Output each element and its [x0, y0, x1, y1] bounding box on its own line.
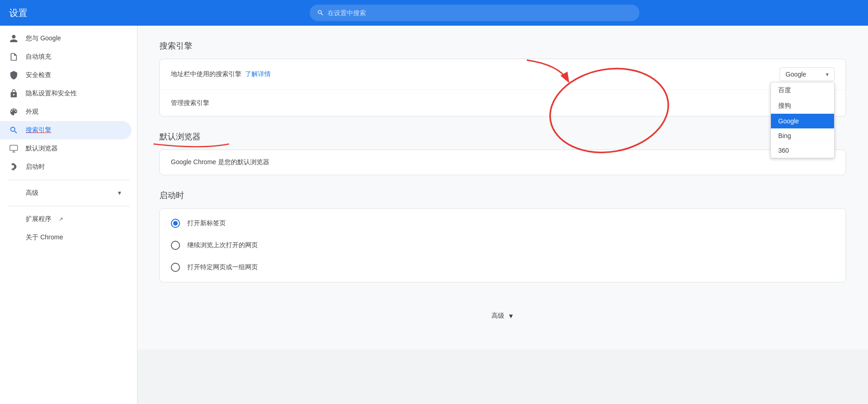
sidebar-item-search-engine[interactable]: 搜索引擎: [0, 121, 131, 139]
sidebar-item-privacy[interactable]: 隐私设置和安全性: [0, 84, 131, 103]
sidebar-item-label: 您与 Google: [26, 34, 61, 43]
sidebar-item-label: 自动填充: [26, 53, 51, 61]
default-browser-card: Google Chrome 是您的默认浏览器: [159, 149, 846, 175]
dropdown-option-sougou[interactable]: 搜狗: [771, 98, 834, 114]
search-bar[interactable]: [310, 5, 639, 21]
sidebar-item-about-chrome[interactable]: 关于 Chrome: [0, 228, 131, 247]
sidebar-item-label: 隐私设置和安全性: [26, 89, 77, 98]
advanced-bottom-label: 高级: [491, 312, 504, 320]
startup-option-continue[interactable]: 继续浏览上次打开的网页: [160, 234, 846, 256]
sidebar-item-autofill[interactable]: 自动填充: [0, 48, 131, 66]
advanced-section-bottom: 高级 ▼: [159, 297, 846, 335]
sidebar-item-label: 外观: [26, 108, 38, 116]
search-engine-dropdown-menu[interactable]: 百度 搜狗 Google Bing 360: [770, 82, 835, 158]
dropdown-current-value: Google: [786, 71, 806, 78]
search-engine-section-title: 搜索引擎: [159, 40, 846, 51]
startup-option-new-tab[interactable]: 打开新标签页: [160, 212, 846, 234]
dropdown-option-360[interactable]: 360: [771, 143, 834, 158]
search-engine-icon: [9, 126, 18, 135]
shield-icon: [9, 71, 18, 80]
sidebar-divider: [7, 180, 130, 180]
sidebar-advanced-label: 高级: [26, 189, 109, 197]
manage-search-label: 管理搜索引擎: [171, 99, 832, 107]
address-bar-label: 地址栏中使用的搜索引擎 了解详情: [171, 70, 780, 78]
learn-more-link[interactable]: 了解详情: [245, 70, 271, 77]
startup-label-specific: 打开特定网页或一组网页: [187, 263, 258, 271]
appearance-icon: [9, 107, 18, 116]
dropdown-option-baidu[interactable]: 百度: [771, 83, 834, 98]
sidebar-item-google-account[interactable]: 您与 Google: [0, 29, 131, 48]
privacy-icon: [9, 89, 18, 98]
advanced-bottom-button[interactable]: 高级 ▼: [491, 312, 514, 320]
chevron-down-icon: ▼: [117, 190, 122, 196]
main-content: 搜索引擎 地址栏中使用的搜索引擎 了解详情 Google ▼ 百度: [137, 26, 868, 349]
sidebar-item-default-browser[interactable]: 默认浏览器: [0, 139, 131, 158]
search-input[interactable]: [328, 9, 632, 17]
browser-icon: [9, 144, 18, 153]
startup-label-new-tab: 打开新标签页: [187, 219, 226, 227]
main-content-wrapper: 搜索引擎 地址栏中使用的搜索引擎 了解详情 Google ▼ 百度: [137, 26, 868, 404]
topbar-title: 设置: [9, 7, 82, 19]
extensions-placeholder-icon: [9, 215, 18, 224]
person-icon: [9, 34, 18, 43]
topbar: 设置: [0, 0, 868, 26]
advanced-placeholder-icon: [9, 188, 18, 198]
radio-new-tab[interactable]: [171, 219, 180, 228]
radio-specific[interactable]: [171, 263, 180, 272]
startup-radio-group: 打开新标签页 继续浏览上次打开的网页 打开特定网页或一组网页: [160, 209, 846, 282]
startup-card: 打开新标签页 继续浏览上次打开的网页 打开特定网页或一组网页: [159, 208, 846, 282]
dropdown-option-bing[interactable]: Bing: [771, 128, 834, 143]
sidebar: 您与 Google 自动填充 安全检查 隐私设置和安全性 外观: [0, 26, 137, 404]
default-browser-row: Google Chrome 是您的默认浏览器: [160, 150, 846, 175]
default-browser-title: 默认浏览器: [159, 131, 846, 142]
manage-search-engines-row[interactable]: 管理搜索引擎 ›: [160, 90, 846, 116]
startup-option-specific[interactable]: 打开特定网页或一组网页: [160, 256, 846, 278]
sidebar-item-appearance[interactable]: 外观: [0, 103, 131, 121]
search-engine-dropdown[interactable]: Google ▼: [780, 67, 835, 81]
sidebar-extensions-label: 扩展程序: [26, 215, 51, 223]
sidebar-item-extensions[interactable]: 扩展程序 ↗: [0, 210, 131, 228]
default-browser-info: Google Chrome 是您的默认浏览器: [171, 158, 269, 166]
autofill-icon: [9, 52, 18, 61]
startup-icon: [9, 162, 18, 172]
search-engine-dropdown-wrapper[interactable]: Google ▼ 百度 搜狗 Google Bing 360: [780, 67, 835, 81]
svg-rect-0: [10, 145, 18, 151]
dropdown-arrow-icon: ▼: [825, 72, 830, 77]
external-link-icon: ↗: [59, 216, 63, 222]
address-bar-row: 地址栏中使用的搜索引擎 了解详情 Google ▼ 百度 搜狗 Google B…: [160, 59, 846, 90]
sidebar-divider-2: [7, 206, 130, 206]
sidebar-item-label: 安全检查: [26, 71, 51, 79]
search-icon: [317, 9, 324, 17]
sidebar-about-label: 关于 Chrome: [26, 233, 63, 242]
sidebar-item-security[interactable]: 安全检查: [0, 66, 131, 84]
startup-label-continue: 继续浏览上次打开的网页: [187, 241, 258, 249]
sidebar-item-label: 启动时: [26, 163, 45, 171]
about-placeholder-icon: [9, 233, 18, 242]
search-engine-card: 地址栏中使用的搜索引擎 了解详情 Google ▼ 百度 搜狗 Google B…: [159, 59, 846, 116]
sidebar-item-label: 搜索引擎: [26, 126, 51, 134]
sidebar-item-label: 默认浏览器: [26, 144, 58, 153]
sidebar-item-startup[interactable]: 启动时: [0, 158, 131, 176]
sidebar-item-advanced[interactable]: 高级 ▼: [0, 184, 131, 202]
chevron-down-bottom-icon: ▼: [508, 312, 514, 320]
dropdown-option-google[interactable]: Google: [771, 114, 834, 128]
radio-continue[interactable]: [171, 241, 180, 250]
startup-title: 启动时: [159, 190, 846, 201]
